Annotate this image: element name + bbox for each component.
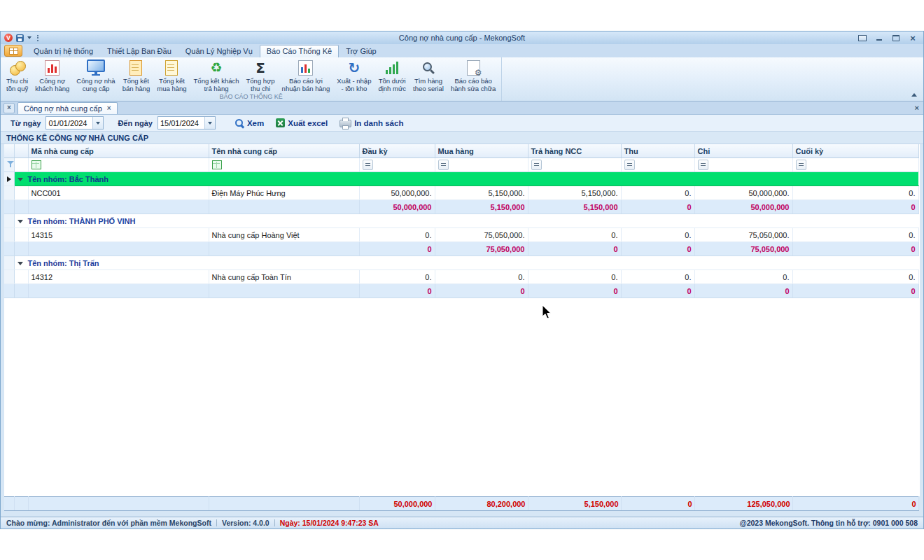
ribbon-button-tong-hop-thu-chi[interactable]: Tổng hợp thu chi [243, 58, 279, 92]
status-divider [274, 519, 275, 526]
close-tab-button[interactable]: × [4, 103, 15, 113]
from-date-input[interactable] [46, 118, 92, 128]
minimize-button[interactable] [874, 34, 884, 42]
column-filter-icon[interactable] [212, 160, 222, 169]
grid-area: Mã nhà cung cấp Tên nhà cung cấp Đầu kỳ … [1, 144, 923, 517]
column-header-ten-ncc[interactable]: Tên nhà cung cấp [209, 144, 359, 158]
column-header-mua-hang[interactable]: Mua hàng [435, 144, 528, 158]
cell-ten-ncc[interactable]: Nhà cung cấp Hoàng Việt [209, 228, 359, 242]
tab-bao-cao-thong-ke[interactable]: Báo Cáo Thống Kê [260, 45, 339, 57]
column-header-ma-ncc[interactable]: Mã nhà cung cấp [28, 144, 209, 158]
ribbon-button-xuat-nhap-ton-kho[interactable]: Xuất - nhập - tồn kho [333, 58, 374, 92]
save-icon[interactable] [16, 34, 24, 42]
customer-returns-recycle-icon [211, 61, 223, 75]
ribbon-collapse-icon[interactable] [911, 93, 917, 97]
table-row[interactable]: 14312 Nhà cung cấp Toàn Tín 0. 0. 0. 0. … [4, 270, 918, 284]
tab-tro-giup[interactable]: Trợ Giúp [339, 45, 383, 57]
layout-icon[interactable] [858, 34, 867, 42]
to-date-input[interactable] [158, 118, 204, 128]
total-cuoi-ky: 0 [792, 497, 918, 511]
group-summary-row: 50,000,000 5,150,000 5,150,000 0 50,000,… [4, 200, 918, 214]
view-button[interactable]: Xem [231, 118, 267, 129]
ribbon-button-tong-ket-ban-hang[interactable]: Tổng kết bán hàng [119, 58, 154, 92]
ribbon-button-tong-ket-mua-hang[interactable]: Tổng kết mua hàng [153, 58, 190, 92]
cell-ma-ncc[interactable]: NCC001 [28, 186, 209, 200]
column-header-chi[interactable]: Chi [694, 144, 792, 158]
filter-cell-tra-hang-ncc[interactable] [528, 158, 621, 172]
ribbon-button-bao-cao-loi-nhuan[interactable]: Báo cáo lợi nhuận bán hàng [279, 58, 334, 92]
ribbon-button-bao-cao-bao-hanh[interactable]: Báo cáo bảo hành sửa chữa [447, 58, 499, 92]
app-window: V Công nợ nhà cung cấp - MekongSoft Quản… [0, 31, 924, 529]
collapse-group-icon[interactable] [18, 220, 23, 223]
purchase-summary-note-icon [165, 60, 178, 76]
cell-ma-ncc[interactable]: 14315 [28, 228, 209, 242]
tab-thiet-lap-ban-dau[interactable]: Thiết Lập Ban Đầu [100, 45, 178, 57]
document-tab[interactable]: Công nợ nhà cung cấp × [18, 102, 118, 114]
grid-scroll-area[interactable]: Mã nhà cung cấp Tên nhà cung cấp Đầu kỳ … [4, 144, 920, 496]
column-filter-icon[interactable] [31, 160, 41, 169]
filter-cell-dau-ky[interactable] [359, 158, 435, 172]
total-mua-hang: 80,200,000 [435, 497, 528, 511]
cell-ten-ncc[interactable]: Nhà cung cấp Toàn Tín [209, 270, 359, 284]
tabstrip-close-button[interactable]: × [915, 104, 920, 112]
ribbon-button-tim-hang-theo-serial[interactable]: Tìm hàng theo serial [410, 58, 447, 92]
ribbon-button-thu-chi-ton-quy[interactable]: Thu chi tồn quỹ [3, 58, 31, 92]
inventory-sync-icon [348, 61, 360, 76]
equals-filter-icon[interactable] [363, 160, 373, 170]
collapse-group-icon[interactable] [18, 178, 23, 181]
tab-close-icon[interactable]: × [107, 105, 111, 112]
app-menu-button[interactable] [4, 45, 22, 57]
status-date: Ngày: 15/01/2024 9:47:23 SA [280, 519, 379, 527]
desktop: V Công nợ nhà cung cấp - MekongSoft Quản… [0, 0, 924, 560]
filter-cell-mua-hang[interactable] [435, 158, 528, 172]
to-date-dropdown-icon[interactable] [204, 117, 215, 129]
ribbon-button-cong-no-nha-cung-cap[interactable]: Công nợ nhà cung cấp [73, 58, 118, 92]
ribbon-button-ton-duoi-dinh-muc[interactable]: Tồn dưới định mức [374, 58, 410, 92]
collapse-group-icon[interactable] [18, 262, 23, 265]
total-chi: 125,050,000 [694, 497, 792, 511]
close-button[interactable] [908, 34, 918, 42]
column-header-dau-ky[interactable]: Đầu kỳ [359, 144, 435, 158]
document-tab-strip: × Công nợ nhà cung cấp × × [1, 102, 923, 115]
group-row[interactable]: Tên nhóm: Thị Trấn [4, 256, 918, 270]
column-header-cuoi-ky[interactable]: Cuối kỳ [792, 144, 918, 158]
auto-filter-row [4, 158, 918, 172]
qat-overflow-icon[interactable] [37, 35, 38, 41]
ribbon-button-cong-no-khach-hang[interactable]: Công nợ khách hàng [31, 58, 73, 92]
print-list-button[interactable]: In danh sách [336, 118, 407, 128]
equals-filter-icon[interactable] [624, 160, 635, 170]
filter-cell-ma-ncc[interactable] [28, 158, 209, 172]
tab-quan-ly-nghiep-vu[interactable]: Quản Lý Nghiệp Vụ [178, 45, 260, 57]
maximize-button[interactable] [891, 34, 901, 42]
filter-bar: Từ ngày Đến ngày Xem Xuất excel [1, 115, 923, 132]
supplier-debt-table: Mã nhà cung cấp Tên nhà cung cấp Đầu kỳ … [4, 144, 919, 298]
equals-filter-icon[interactable] [438, 160, 449, 170]
group-row[interactable]: Tên nhóm: Bắc Thành [4, 172, 918, 186]
filter-cell-thu[interactable] [621, 158, 694, 172]
filter-cell-ten-ncc[interactable] [209, 158, 359, 172]
table-row[interactable]: NCC001 Điện Máy Phúc Hưng 50,000,000. 5,… [4, 186, 918, 200]
equals-filter-icon[interactable] [796, 160, 806, 170]
app-logo-icon[interactable]: V [4, 34, 13, 42]
filter-cell-chi[interactable] [694, 158, 792, 172]
ribbon-button-tong-ket-khach-tra-hang[interactable]: Tổng kết khách trả hàng [190, 58, 243, 92]
export-excel-button[interactable]: Xuất excel [272, 118, 331, 128]
chevron-down-icon[interactable] [27, 36, 31, 39]
equals-filter-icon[interactable] [531, 160, 542, 170]
filter-funnel-icon[interactable] [7, 161, 14, 168]
from-date-dropdown-icon[interactable] [92, 117, 103, 129]
group-summary-row: 0 75,050,000 0 0 75,050,000 0 [4, 242, 918, 256]
column-header-tra-hang-ncc[interactable]: Trả hàng NCC [528, 144, 621, 158]
cell-ten-ncc[interactable]: Điện Máy Phúc Hưng [209, 186, 359, 200]
group-row[interactable]: Tên nhóm: THÀNH PHỐ VINH [4, 214, 918, 228]
group-name: Tên nhóm: Thị Trấn [28, 259, 99, 267]
filter-cell-cuoi-ky[interactable] [792, 158, 918, 172]
ribbon-buttons: Thu chi tồn quỹ Công nợ khách hàng Công … [3, 58, 499, 92]
row-focus-arrow-icon [7, 176, 11, 182]
document-tab-label: Công nợ nhà cung cấp [24, 104, 102, 113]
table-row[interactable]: 14315 Nhà cung cấp Hoàng Việt 0. 75,050,… [4, 228, 918, 242]
tab-quan-tri-he-thong[interactable]: Quản trị hệ thống [27, 45, 100, 57]
cell-ma-ncc[interactable]: 14312 [28, 270, 209, 284]
equals-filter-icon[interactable] [698, 160, 708, 170]
column-header-thu[interactable]: Thu [621, 144, 694, 158]
